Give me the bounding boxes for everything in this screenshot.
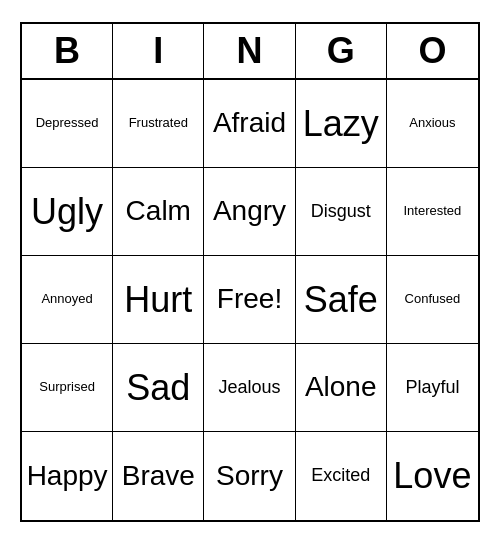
cell-text: Confused (405, 292, 461, 306)
cell-text: Afraid (213, 108, 286, 139)
header-letter: N (204, 24, 295, 78)
cell-text: Safe (304, 280, 378, 320)
cell-text: Calm (126, 196, 191, 227)
bingo-cell[interactable]: Happy (22, 432, 113, 520)
bingo-cell[interactable]: Love (387, 432, 478, 520)
cell-text: Interested (403, 204, 461, 218)
cell-text: Alone (305, 372, 377, 403)
bingo-cell[interactable]: Safe (296, 256, 387, 344)
cell-text: Annoyed (41, 292, 92, 306)
bingo-cell[interactable]: Jealous (204, 344, 295, 432)
cell-text: Surprised (39, 380, 95, 394)
cell-text: Sorry (216, 461, 283, 492)
cell-text: Playful (405, 378, 459, 398)
header-letter: I (113, 24, 204, 78)
cell-text: Angry (213, 196, 286, 227)
cell-text: Disgust (311, 202, 371, 222)
bingo-cell[interactable]: Playful (387, 344, 478, 432)
cell-text: Sad (126, 368, 190, 408)
cell-text: Jealous (218, 378, 280, 398)
bingo-cell[interactable]: Frustrated (113, 80, 204, 168)
bingo-cell[interactable]: Interested (387, 168, 478, 256)
bingo-cell[interactable]: Confused (387, 256, 478, 344)
cell-text: Frustrated (129, 116, 188, 130)
bingo-header: BINGO (22, 24, 478, 80)
bingo-grid: DepressedFrustratedAfraidLazyAnxiousUgly… (22, 80, 478, 520)
cell-text: Love (393, 456, 471, 496)
cell-text: Depressed (36, 116, 99, 130)
header-letter: G (296, 24, 387, 78)
bingo-cell[interactable]: Hurt (113, 256, 204, 344)
bingo-cell[interactable]: Disgust (296, 168, 387, 256)
cell-text: Ugly (31, 192, 103, 232)
bingo-cell[interactable]: Calm (113, 168, 204, 256)
bingo-card: BINGO DepressedFrustratedAfraidLazyAnxio… (20, 22, 480, 522)
bingo-cell[interactable]: Anxious (387, 80, 478, 168)
bingo-cell[interactable]: Surprised (22, 344, 113, 432)
cell-text: Lazy (303, 104, 379, 144)
cell-text: Anxious (409, 116, 455, 130)
cell-text: Happy (27, 461, 108, 492)
cell-text: Hurt (124, 280, 192, 320)
bingo-cell[interactable]: Ugly (22, 168, 113, 256)
bingo-cell[interactable]: Depressed (22, 80, 113, 168)
bingo-cell[interactable]: Excited (296, 432, 387, 520)
header-letter: O (387, 24, 478, 78)
bingo-cell[interactable]: Annoyed (22, 256, 113, 344)
bingo-cell[interactable]: Sorry (204, 432, 295, 520)
bingo-cell[interactable]: Angry (204, 168, 295, 256)
bingo-cell[interactable]: Afraid (204, 80, 295, 168)
bingo-cell[interactable]: Free! (204, 256, 295, 344)
bingo-cell[interactable]: Brave (113, 432, 204, 520)
bingo-cell[interactable]: Sad (113, 344, 204, 432)
cell-text: Excited (311, 466, 370, 486)
bingo-cell[interactable]: Alone (296, 344, 387, 432)
cell-text: Free! (217, 284, 282, 315)
bingo-cell[interactable]: Lazy (296, 80, 387, 168)
cell-text: Brave (122, 461, 195, 492)
header-letter: B (22, 24, 113, 78)
